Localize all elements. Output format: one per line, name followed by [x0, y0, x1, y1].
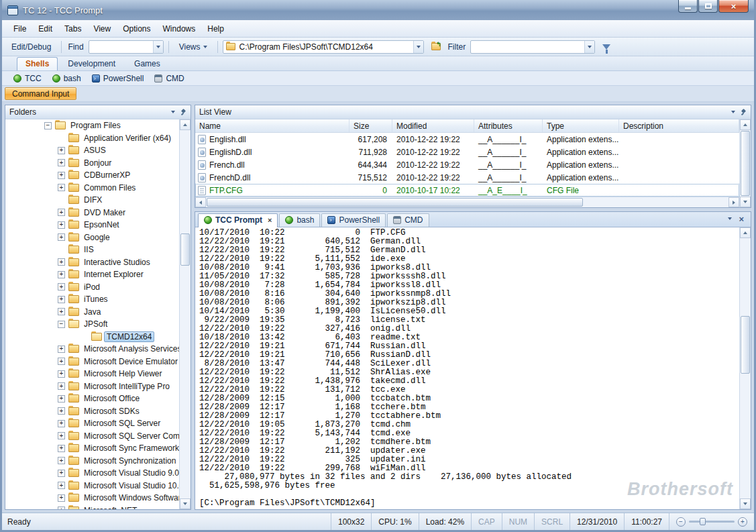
tree-expander-icon[interactable] [58, 482, 65, 489]
close-button[interactable]: × [718, 0, 749, 13]
minimize-button[interactable] [678, 0, 698, 13]
file-row[interactable]: EnglishD.dll 711,928 2010-12-22 19:22 __… [195, 146, 739, 158]
column-header[interactable]: Type [543, 119, 619, 132]
folder-tree-item[interactable]: Microsoft SDKs [5, 405, 179, 418]
filter-button[interactable] [598, 40, 614, 54]
zoom-slider-thumb[interactable] [700, 518, 706, 525]
tab-group[interactable]: Shells [17, 57, 58, 70]
title-bar[interactable]: TC 12 - TCC Prompt × [2, 0, 754, 20]
folder-tree-item[interactable]: Interactive Studios [5, 256, 179, 269]
tree-expander-icon[interactable] [58, 420, 65, 427]
tree-expander-icon[interactable] [58, 159, 65, 166]
tab-group[interactable]: Development [59, 57, 124, 70]
folder-tree-item[interactable]: JPSoft [5, 318, 179, 331]
tree-expander-icon[interactable] [58, 445, 65, 452]
tree-expander-icon[interactable] [58, 209, 65, 216]
scroll-up-icon[interactable] [740, 227, 751, 238]
tree-expander-icon[interactable] [58, 221, 65, 229]
folder-tree-item[interactable]: Microsoft Synchronization [5, 455, 179, 468]
zoom-in-button[interactable]: + [738, 517, 747, 527]
menu-item[interactable]: View [87, 21, 117, 36]
folder-tree-item[interactable]: Microsoft SQL Server Compact [5, 430, 179, 443]
list-horizontal-scrollbar[interactable] [195, 197, 739, 207]
shell-shortcut[interactable]: TCC [9, 72, 46, 85]
folder-tree-item[interactable]: Microsoft .NET [5, 504, 179, 510]
scroll-down-icon[interactable] [740, 197, 751, 207]
folder-tree-item[interactable]: Microsoft Sync Framework [5, 442, 179, 455]
status-num-lock[interactable]: NUM [502, 513, 534, 530]
folder-tree-item[interactable]: Microsoft SQL Server [5, 417, 179, 430]
column-header[interactable]: Description [619, 119, 739, 132]
file-row[interactable]: FrenchD.dll 715,512 2010-12-22 19:22 __A… [195, 171, 739, 184]
tree-expander-icon[interactable] [58, 407, 65, 415]
folder-tree-item[interactable]: Microsoft Visual Studio 10.0 [5, 480, 179, 492]
menu-item[interactable]: File [7, 21, 32, 36]
chevron-down-icon[interactable] [584, 41, 594, 53]
chevron-down-icon[interactable] [731, 111, 735, 113]
folder-tree-item[interactable]: iTunes [5, 293, 179, 306]
status-scroll-lock[interactable]: SCRL [534, 513, 570, 530]
tree-expander-icon[interactable] [58, 258, 65, 266]
pin-icon[interactable] [180, 109, 186, 116]
chevron-down-icon[interactable] [728, 217, 732, 220]
tree-expander-icon[interactable] [58, 470, 65, 477]
tree-expander-icon[interactable] [58, 395, 65, 403]
folder-tree-item[interactable]: Microsoft Device Emulator [5, 356, 179, 368]
folder-tree-item[interactable]: Common Files [5, 182, 179, 195]
browse-folder-button[interactable]: ↰ [427, 40, 443, 54]
tree-expander-icon[interactable] [58, 494, 65, 502]
tree-expander-icon[interactable] [58, 457, 65, 464]
close-tab-icon[interactable]: × [268, 217, 272, 224]
file-row[interactable]: English.dll 617,208 2010-12-22 19:22 __A… [195, 133, 739, 146]
tree-expander-icon[interactable] [58, 382, 65, 390]
column-header[interactable]: Attributes [474, 119, 543, 132]
scroll-right-icon[interactable] [728, 197, 739, 207]
chevron-down-icon[interactable] [413, 41, 423, 53]
tree-expander-icon[interactable] [58, 345, 65, 353]
console-tab[interactable]: CMD [387, 213, 429, 227]
list-vertical-scrollbar[interactable] [739, 119, 751, 207]
scroll-up-icon[interactable] [740, 119, 751, 130]
tree-expander-icon[interactable] [58, 432, 65, 439]
folder-tree-item[interactable]: Google [5, 231, 179, 244]
scroll-down-icon[interactable] [740, 498, 751, 509]
column-header[interactable]: Name [195, 119, 349, 132]
folder-tree-item[interactable]: Internet Explorer [5, 268, 179, 281]
tree-expander-icon[interactable] [58, 147, 65, 154]
edit-debug-button[interactable]: Edit/Debug [6, 40, 56, 54]
status-caps-lock[interactable]: CAP [471, 513, 502, 530]
console-scrollbar[interactable] [739, 227, 751, 509]
menu-item[interactable]: Windows [157, 21, 202, 36]
tree-expander-icon[interactable] [58, 233, 65, 241]
console-tab[interactable]: bash [279, 213, 320, 227]
chevron-down-icon[interactable] [153, 41, 163, 53]
tree-expander-icon[interactable] [58, 184, 65, 191]
tree-expander-icon[interactable] [58, 507, 65, 509]
shell-shortcut[interactable]: PowerShell [87, 72, 149, 85]
pin-icon[interactable] [740, 109, 747, 116]
menu-item[interactable]: Options [117, 21, 156, 36]
tree-expander-icon[interactable] [58, 358, 65, 365]
folder-tree-item[interactable]: Microsoft Visual Studio 9.0 [5, 467, 179, 480]
scroll-thumb[interactable] [741, 316, 750, 373]
console-output[interactable]: 10/17/2010 10:22 0 FTP.CFG 12/22/2010 19… [199, 229, 739, 509]
scroll-thumb[interactable] [741, 131, 750, 196]
folder-tree-item[interactable]: DIFX [5, 194, 179, 207]
zoom-out-button[interactable]: − [676, 517, 686, 527]
folder-tree-item[interactable]: Java [5, 306, 179, 319]
scroll-left-icon[interactable] [195, 197, 206, 207]
folder-tree-item[interactable]: Program Files [5, 119, 179, 132]
chevron-down-icon[interactable] [171, 111, 175, 113]
menu-item[interactable]: Tabs [58, 21, 87, 36]
scroll-up-icon[interactable] [180, 119, 191, 130]
folder-tree-item[interactable]: CDBurnerXP [5, 169, 179, 182]
menu-item[interactable]: Help [201, 21, 230, 36]
tree-expander-icon[interactable] [58, 296, 65, 303]
scroll-thumb[interactable] [207, 198, 583, 207]
folder-tree-item[interactable]: Bonjour [5, 157, 179, 170]
folder-tree-item[interactable]: Application Verifier (x64) [5, 132, 179, 145]
tree-expander-icon[interactable] [58, 321, 65, 328]
shell-shortcut[interactable]: CMD [150, 72, 188, 85]
folder-tree-item[interactable]: iPod [5, 281, 179, 294]
tree-expander-icon[interactable] [58, 308, 65, 315]
